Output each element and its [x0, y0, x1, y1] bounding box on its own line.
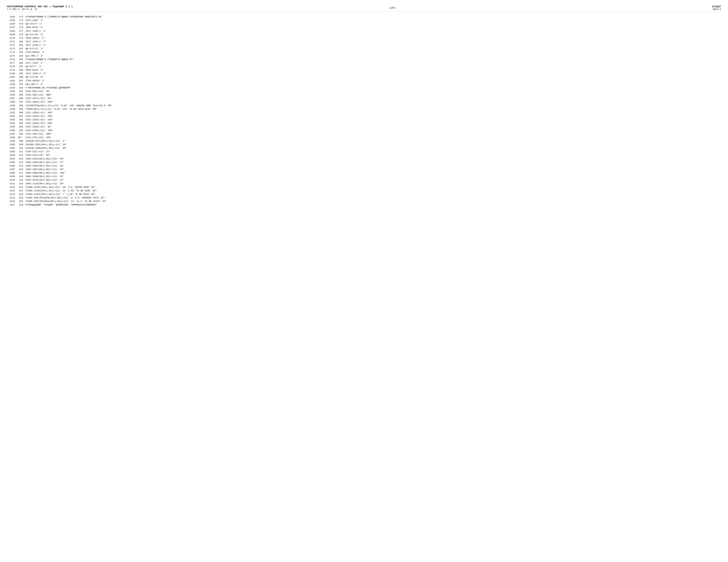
- row-num2: 223: [17, 193, 26, 196]
- table-row: 1204 213 2405-1661(Н9=1,08)(=13)' 69*: [7, 157, 721, 161]
- row-text: Ц11-405-1' 2*: [26, 83, 721, 86]
- row-num2: 213: [17, 157, 26, 161]
- row-num2: 210: [17, 146, 26, 150]
- row-num2: 177: [17, 29, 26, 33]
- row-num1: 1217: [7, 203, 17, 207]
- row-text: С1б1-2285(=13)' 30*: [26, 125, 721, 129]
- row-num2: 185: [17, 58, 26, 61]
- table-row: 1202 211 С156-521(=13)' 25*: [7, 150, 721, 153]
- table-row: 1184 193 Р МАТЕРИАЛЫ НЕ УЧТЕННЫЕ ЦЕННИКО…: [7, 86, 721, 90]
- row-text: Ц8-573-6' 1*: [26, 22, 721, 26]
- table-row: 1203 212 С159-523(=13)' 60*: [7, 153, 721, 157]
- row-num2: 187: [17, 65, 26, 68]
- row-num2: 192: [17, 83, 26, 86]
- header-page-num: 571897: [712, 5, 721, 8]
- table-row: 1170 179 1504-16011' 2*: [7, 36, 721, 40]
- row-num1: 1216: [7, 200, 17, 203]
- row-text: Т2405-11337(Н9=1,06)(=13)' 60' 2,2' ЛОТО…: [26, 185, 721, 189]
- row-text: С1Л1-502(=13)' 3ÐÀ*: [26, 93, 721, 97]
- header-subtitle: Т.П.901-4- 88.87 Д. 12: [7, 8, 73, 11]
- table-row: 1183 192 Ц11-405-1' 2*: [7, 83, 721, 86]
- page-header: ПРОГРАММНЫЙ КОМПЛЕКС АВС-ЗЕС ( РЕДАКЦИЯ …: [7, 5, 721, 12]
- row-num1: 1180: [7, 72, 17, 75]
- table-row: 1165 174 1517-1101' 1*: [7, 19, 721, 22]
- table-row: 1198 207- С152-178(=13)' 345*: [7, 136, 721, 139]
- row-text: 2425-1676(н9=1,08)(=13)' 12*: [26, 178, 721, 182]
- row-num1: 1208: [7, 171, 17, 175]
- row-num1: 1189: [7, 104, 17, 107]
- row-num2: 196: [17, 97, 26, 100]
- table-row: 1205 214 2405-1663(Н9=1,08)(=13)' 27*: [7, 161, 721, 164]
- row-num1: 1205: [7, 161, 17, 164]
- row-num1: 1213: [7, 189, 17, 193]
- row-text: Ц8-573-7' 1*: [26, 65, 721, 68]
- row-text: Т2405-11334(Н9=1,06)(=13)' 21' 1,65' ТО …: [26, 189, 721, 193]
- table-row: 1174 183 1704-50554' 2*: [7, 51, 721, 54]
- header-left: ПРОГРАММНЫЙ КОМПЛЕКС АВС-ЗЕС ( РЕДАКЦИЯ …: [7, 5, 73, 11]
- row-text: ТТОКЕ(Н9=1,13)(=13)' 0,04' 534' ТО ЖЕ 3Х…: [26, 107, 721, 111]
- row-text: 2405-1720(Н9=1,08)(=13)' 20*: [26, 182, 721, 185]
- row-num1: 1176: [7, 58, 17, 61]
- row-num1: 1184: [7, 86, 17, 90]
- row-num2: 214: [17, 161, 26, 164]
- table-row: 1185 194 С151-503(=13)' 56*: [7, 90, 721, 93]
- row-text: С152-166(=13)' 400*: [26, 132, 721, 136]
- row-num2: 207-: [17, 136, 26, 139]
- row-num2: 183: [17, 51, 26, 54]
- row-num1: 1206: [7, 164, 17, 168]
- row-text: С151-1091(=13)' 280*: [26, 100, 721, 104]
- data-table: 1164 173 П*КАЛЬКУЛЯЦИЯ Б СТОИМОСТИ ЯЩИКА…: [7, 15, 721, 207]
- row-text: Т2405-11331(Н9=1,06)(=13)' 7' 1,10' ТО Ж…: [26, 193, 721, 196]
- row-num2: 189: [17, 72, 26, 75]
- row-num1: 1198: [7, 136, 17, 139]
- row-num1: 1179: [7, 68, 17, 72]
- row-num2: 221: [17, 185, 26, 189]
- table-row: 1213 222 Т2405-11334(Н9=1,06)(=13)' 21' …: [7, 189, 721, 193]
- table-row: 1191 200 С1б1-2280(=13)' 45б*: [7, 111, 721, 114]
- row-text: 1704-50554' 2*: [26, 51, 721, 54]
- row-num2: 215: [17, 164, 26, 168]
- table-row: 1189 198 Т1529СТР54(Н9=1,13)(=13)' 0,02'…: [7, 104, 721, 107]
- row-num1: 1187: [7, 97, 17, 100]
- row-num1: 1194: [7, 122, 17, 125]
- header-code: 9862/4: [713, 8, 721, 11]
- row-num2: 202: [17, 118, 26, 122]
- row-num2: 225: [17, 200, 26, 203]
- row-text: Р МАТЕРИАЛЫ НЕ УЧТЕННЫЕ ЦЕННИКОМ*: [26, 86, 721, 90]
- row-num2: 182: [17, 47, 26, 51]
- row-text: Ц8-574-47' 2*: [26, 47, 721, 51]
- row-num2: 204: [17, 125, 26, 129]
- table-row: 1190 199 ТТОКЕ(Н9=1,13)(=13)' 0,04' 534'…: [7, 107, 721, 111]
- row-text: П*КАЛЬКУЛЯЦИЯ Б СТОИМОСТИ ЯЩИКА УПРАВЛЕН…: [26, 15, 721, 19]
- row-num1: 1178: [7, 65, 17, 68]
- row-num1: 1191: [7, 111, 17, 114]
- row-text: Ц8-574-60' 2*: [26, 33, 721, 36]
- row-num2: 173: [17, 15, 26, 19]
- row-num1: 1173: [7, 47, 17, 51]
- table-row: 1179 188 1504-6410' 2*: [7, 68, 721, 72]
- row-text: С151-1075(=13)' 20*: [26, 97, 721, 100]
- row-num1: 1190: [7, 107, 17, 111]
- row-num1: 1172: [7, 44, 17, 47]
- row-num2: 180: [17, 40, 26, 44]
- table-row: 1210 219 2425-1676(н9=1,08)(=13)' 12*: [7, 178, 721, 182]
- row-num2: 197: [17, 100, 26, 104]
- row-num2: 174: [17, 19, 26, 22]
- row-num2: 209: [17, 143, 26, 146]
- row-num1: 1202: [7, 150, 17, 153]
- table-row: 1178 187 Ц8-573-7' 1*: [7, 65, 721, 68]
- row-num2: 216: [17, 168, 26, 171]
- row-num2: 194: [17, 90, 26, 93]
- table-row: 1166 175 Ц8-573-6' 1*: [7, 22, 721, 26]
- row-text: Ц8-574-52' 6*: [26, 75, 721, 79]
- table-row: 1201 210 241649-1049(Н9=1,09)(=13)' 96*: [7, 146, 721, 150]
- table-row: 1167 176 1504-6412' 2*: [7, 26, 721, 29]
- table-row: 1197 206 С152-166(=13)' 400*: [7, 132, 721, 136]
- row-text: С1б1-2286(=13)' 190*: [26, 129, 721, 132]
- row-text: 2405-1695(Н9=1,08)(=13)' 28*: [26, 164, 721, 168]
- row-num2: 181: [17, 44, 26, 47]
- row-num1: 1197: [7, 132, 17, 136]
- row-text: С1б1-2282(=13)' 15б*: [26, 118, 721, 122]
- row-text: 2405-1663(Н9=1,08)(=13)' 27*: [26, 161, 721, 164]
- table-row: 1200 209 241649-1051(Н9=1,09)(=13)' 26*: [7, 143, 721, 146]
